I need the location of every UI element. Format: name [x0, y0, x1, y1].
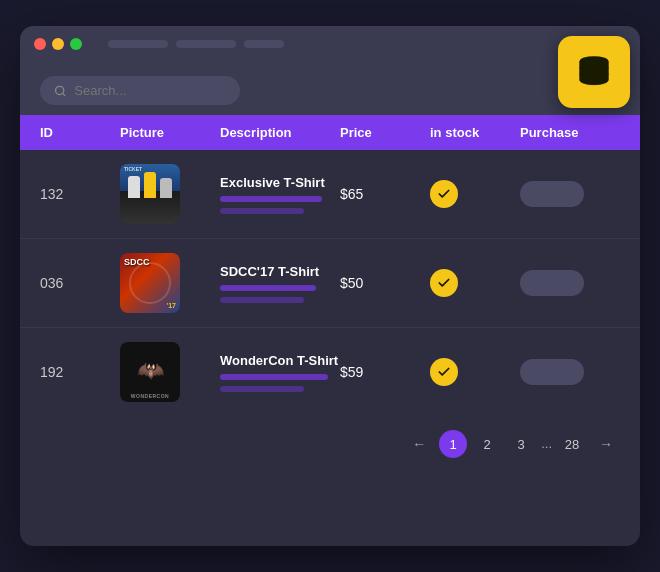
purchase-button[interactable]: [520, 181, 584, 207]
col-header-picture: Picture: [120, 125, 220, 140]
col-header-instock: in stock: [430, 125, 520, 140]
svg-line-2: [63, 93, 65, 95]
maximize-dot[interactable]: [70, 38, 82, 50]
search-input[interactable]: [74, 83, 226, 98]
col-header-id: ID: [40, 125, 120, 140]
purchase-cell: [520, 270, 620, 296]
purchase-button[interactable]: [520, 270, 584, 296]
product-image-art: TICKET: [120, 164, 180, 224]
db-icon: [558, 36, 630, 108]
page-1-button[interactable]: 1: [439, 430, 467, 458]
table-header: ID Picture Description Price in stock Pu…: [20, 115, 640, 150]
minimize-dot[interactable]: [52, 38, 64, 50]
checkmark-svg: [437, 276, 451, 290]
title-bar-decorations: [108, 40, 284, 48]
product-image: SDCC '17: [120, 253, 180, 313]
product-price: $50: [340, 275, 430, 291]
product-price: $59: [340, 364, 430, 380]
product-description: SDCC'17 T-Shirt: [220, 264, 340, 303]
purchase-cell: [520, 181, 620, 207]
table-row: 132 TICKET Exclusive T-Shirt: [20, 150, 640, 239]
table-body: 132 TICKET Exclusive T-Shirt: [20, 150, 640, 416]
product-desc-line-short: [220, 297, 304, 303]
search-icon: [54, 84, 66, 98]
table-row: 036 SDCC '17 SDCC'17 T-Shirt $50: [20, 239, 640, 328]
product-desc-line: [220, 285, 316, 291]
close-dot[interactable]: [34, 38, 46, 50]
prev-page-button[interactable]: ←: [405, 430, 433, 458]
product-image: TICKET: [120, 164, 180, 224]
database-icon: [575, 53, 613, 91]
title-bar-line: [108, 40, 168, 48]
in-stock-cell: [430, 269, 520, 297]
check-icon: [430, 358, 458, 386]
product-desc-line: [220, 374, 328, 380]
product-desc-line-short: [220, 208, 304, 214]
checkmark-svg: [437, 365, 451, 379]
row-id: 132: [40, 186, 120, 202]
product-name: SDCC'17 T-Shirt: [220, 264, 340, 279]
search-area: [20, 62, 640, 115]
product-desc-line-short: [220, 386, 304, 392]
row-id: 192: [40, 364, 120, 380]
table-row: 192 🦇 WONDERCON WonderCon T-Shirt $59: [20, 328, 640, 416]
check-icon: [430, 269, 458, 297]
product-name: Exclusive T-Shirt: [220, 175, 340, 190]
title-bar-line: [176, 40, 236, 48]
page-2-button[interactable]: 2: [473, 430, 501, 458]
row-id: 036: [40, 275, 120, 291]
page-3-button[interactable]: 3: [507, 430, 535, 458]
col-header-description: Description: [220, 125, 340, 140]
product-image-art: 🦇 WONDERCON: [120, 342, 180, 402]
product-description: WonderCon T-Shirt: [220, 353, 340, 392]
next-page-button[interactable]: →: [592, 430, 620, 458]
product-description: Exclusive T-Shirt: [220, 175, 340, 214]
product-image-art: SDCC '17: [120, 253, 180, 313]
title-bar-line: [244, 40, 284, 48]
product-desc-line: [220, 196, 322, 202]
col-header-price: Price: [340, 125, 430, 140]
pagination: ← 1 2 3 ... 28 →: [20, 416, 640, 472]
col-header-purchase: Purchase: [520, 125, 620, 140]
check-icon: [430, 180, 458, 208]
product-image: 🦇 WONDERCON: [120, 342, 180, 402]
pagination-dots: ...: [541, 430, 552, 458]
purchase-button[interactable]: [520, 359, 584, 385]
purchase-cell: [520, 359, 620, 385]
product-price: $65: [340, 186, 430, 202]
last-page-button[interactable]: 28: [558, 430, 586, 458]
in-stock-cell: [430, 358, 520, 386]
in-stock-cell: [430, 180, 520, 208]
checkmark-svg: [437, 187, 451, 201]
search-wrapper[interactable]: [40, 76, 240, 105]
app-window: ID Picture Description Price in stock Pu…: [20, 26, 640, 546]
product-name: WonderCon T-Shirt: [220, 353, 340, 368]
title-bar: [20, 26, 640, 62]
